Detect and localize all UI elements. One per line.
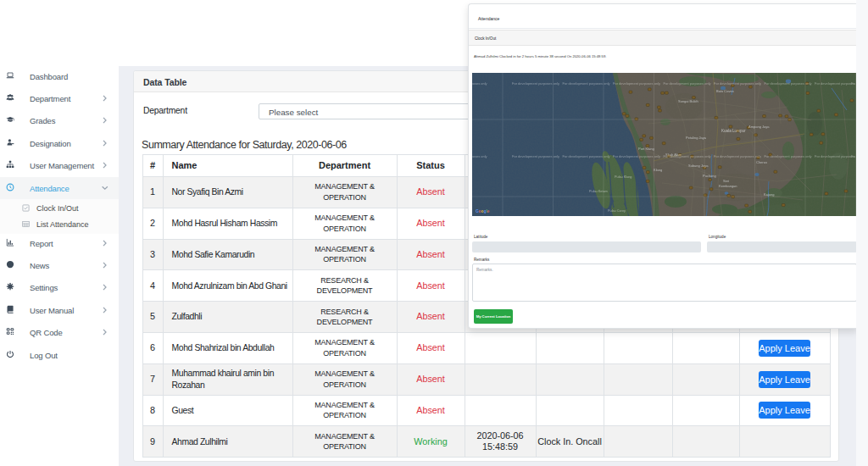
svg-text:Fo: Fo bbox=[851, 81, 855, 86]
svg-text:Puchong: Puchong bbox=[703, 174, 716, 178]
svg-text:Cheras: Cheras bbox=[756, 160, 767, 164]
svg-text:Port Klang: Port Klang bbox=[638, 147, 654, 151]
svg-text:Sungai Buloh: Sungai Buloh bbox=[678, 99, 698, 103]
svg-text:For development purposes only: For development purposes only bbox=[563, 154, 610, 158]
svg-text:For development purposes only: For development purposes only bbox=[765, 81, 812, 86]
svg-text:Seri: Seri bbox=[723, 179, 729, 183]
svg-text:Subang Jaya: Subang Jaya bbox=[688, 164, 709, 168]
svg-text:For development purposes only: For development purposes only bbox=[613, 81, 660, 86]
svg-text:For development purposes only: For development purposes only bbox=[664, 81, 711, 86]
svg-text:Petaling Jaya: Petaling Jaya bbox=[686, 136, 707, 140]
svg-text:Ampang Jaya: Ampang Jaya bbox=[748, 125, 770, 129]
svg-text:For development purposes only: For development purposes only bbox=[714, 154, 761, 158]
svg-text:Kajang: Kajang bbox=[764, 192, 774, 197]
svg-text:Fo: Fo bbox=[851, 154, 855, 158]
svg-text:Kuala Lumpur: Kuala Lumpur bbox=[721, 129, 746, 133]
svg-text:ent purposes only: ent purposes only bbox=[472, 81, 487, 86]
svg-text:For development purposes only: For development purposes only bbox=[512, 81, 559, 86]
svg-text:For development purposes only: For development purposes only bbox=[512, 154, 559, 158]
svg-text:Batu Caves: Batu Caves bbox=[716, 89, 734, 93]
svg-text:ent purposes only: ent purposes only bbox=[472, 154, 487, 158]
svg-text:Klang: Klang bbox=[654, 168, 662, 172]
svg-text:For development purposes only: For development purposes only bbox=[613, 154, 660, 158]
svg-text:Kembangan: Kembangan bbox=[719, 184, 737, 188]
svg-text:For development purposes only: For development purposes only bbox=[714, 81, 761, 86]
svg-text:For development purposes only: For development purposes only bbox=[563, 81, 610, 86]
svg-text:Google: Google bbox=[476, 209, 490, 214]
svg-text:For development purposes only: For development purposes only bbox=[765, 154, 812, 158]
svg-text:For development purposes only: For development purposes only bbox=[664, 154, 711, 158]
